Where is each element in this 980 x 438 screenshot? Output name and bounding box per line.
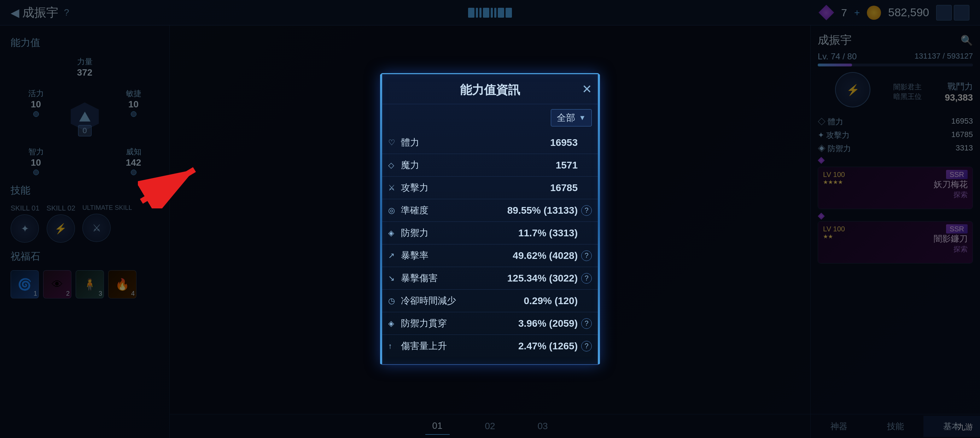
modal-stat-name-6: 暴擊傷害	[401, 272, 508, 284]
modal-stat-icon-4: ◈	[388, 229, 401, 238]
modal-title: 能力值資訊	[460, 82, 520, 98]
modal-stat-icon-2: ⚔	[388, 183, 401, 192]
modal-stat-icon-5: ↗	[388, 251, 401, 260]
modal-stat-row-7: ◷冷卻時間減少0.29% (120)	[381, 290, 599, 312]
modal-stat-value-6: 125.34% (3022)	[508, 273, 578, 284]
modal-stat-help-6[interactable]: ?	[581, 273, 592, 284]
modal-stat-row-8: ◈防禦力貫穿3.96% (2059)?	[381, 312, 599, 335]
modal-close-button[interactable]: ✕	[582, 83, 592, 95]
modal-stat-row-0: ♡體力16953	[381, 132, 599, 154]
stats-modal: 能力值資訊 ✕ 全部 ▼ ♡體力16953◇魔力1571⚔攻擊力16785◎準確…	[380, 73, 600, 365]
modal-stat-help-5[interactable]: ?	[581, 251, 592, 261]
modal-stat-name-3: 準確度	[401, 204, 508, 216]
modal-stat-name-9: 傷害量上升	[401, 340, 518, 352]
modal-stat-name-4: 防禦力	[401, 227, 518, 239]
dropdown-arrow-icon: ▼	[579, 114, 586, 122]
modal-overlay[interactable]: 能力值資訊 ✕ 全部 ▼ ♡體力16953◇魔力1571⚔攻擊力16785◎準確…	[0, 0, 980, 438]
modal-stat-row-6: ↘暴擊傷害125.34% (3022)?	[381, 267, 599, 290]
modal-stat-value-7: 0.29% (120)	[523, 295, 578, 306]
modal-stat-row-3: ◎準確度89.55% (13133)?	[381, 199, 599, 222]
modal-filter-label: 全部	[557, 112, 575, 124]
modal-stat-row-1: ◇魔力1571	[381, 154, 599, 177]
modal-stat-icon-8: ◈	[388, 319, 401, 328]
modal-stat-row-4: ◈防禦力11.7% (3313)	[381, 222, 599, 244]
modal-stat-icon-0: ♡	[388, 138, 401, 147]
modal-stat-name-5: 暴擊率	[401, 249, 512, 262]
modal-stat-name-8: 防禦力貫穿	[401, 317, 518, 330]
modal-stat-icon-9: ↑	[388, 341, 401, 351]
modal-filter-row: 全部 ▼	[381, 104, 599, 132]
modal-stat-value-8: 3.96% (2059)	[518, 318, 578, 329]
modal-stat-value-9: 2.47% (1265)	[518, 341, 578, 352]
modal-stat-help-3[interactable]: ?	[581, 205, 592, 216]
modal-stat-value-5: 49.62% (4028)	[512, 250, 578, 261]
modal-stat-row-5: ↗暴擊率49.62% (4028)?	[381, 244, 599, 267]
modal-stats-list: ♡體力16953◇魔力1571⚔攻擊力16785◎準確度89.55% (1313…	[381, 132, 599, 357]
modal-filter-dropdown[interactable]: 全部 ▼	[551, 109, 592, 127]
modal-stat-icon-1: ◇	[388, 161, 401, 170]
modal-stat-value-0: 16953	[550, 137, 578, 148]
modal-left-accent	[380, 74, 382, 364]
modal-right-accent	[598, 74, 600, 364]
modal-stat-row-2: ⚔攻擊力16785	[381, 177, 599, 199]
modal-stat-name-7: 冷卻時間減少	[401, 295, 523, 307]
modal-stat-name-1: 魔力	[401, 159, 556, 171]
modal-stat-value-3: 89.55% (13133)	[508, 205, 578, 216]
modal-stat-name-2: 攻擊力	[401, 182, 550, 194]
modal-stat-row-9: ↑傷害量上升2.47% (1265)?	[381, 335, 599, 357]
modal-stat-help-9[interactable]: ?	[581, 341, 592, 351]
modal-stat-name-0: 體力	[401, 136, 550, 149]
watermark-text: 九游	[958, 422, 973, 431]
modal-stat-value-4: 11.7% (3313)	[518, 227, 578, 239]
modal-stat-value-2: 16785	[550, 182, 578, 194]
modal-stat-value-1: 1571	[556, 160, 578, 171]
modal-stat-help-8[interactable]: ?	[581, 318, 592, 329]
watermark: 九游	[958, 422, 973, 432]
modal-stat-icon-3: ◎	[388, 206, 401, 215]
modal-header: 能力值資訊 ✕	[381, 74, 599, 104]
modal-stat-icon-7: ◷	[388, 296, 401, 306]
modal-stat-icon-6: ↘	[388, 274, 401, 283]
